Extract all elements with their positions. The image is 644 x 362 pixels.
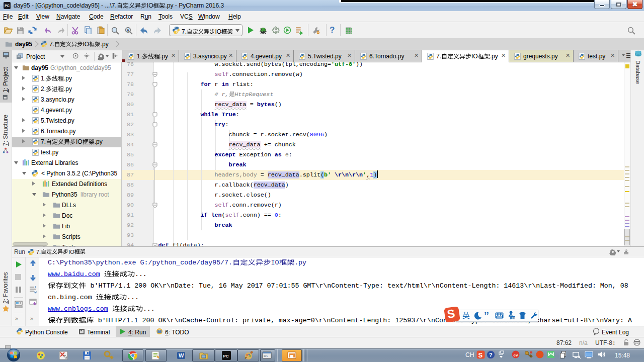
svg-text:30: 30: [511, 316, 515, 320]
svg-text:ev: ev: [514, 353, 518, 357]
svg-text:S: S: [478, 351, 483, 359]
svg-text:W: W: [179, 352, 184, 358]
svg-text:A: A: [126, 28, 129, 33]
svg-text:?: ?: [489, 352, 493, 358]
svg-text:C:\: C:\: [264, 354, 268, 357]
svg-text:PC: PC: [223, 354, 229, 358]
